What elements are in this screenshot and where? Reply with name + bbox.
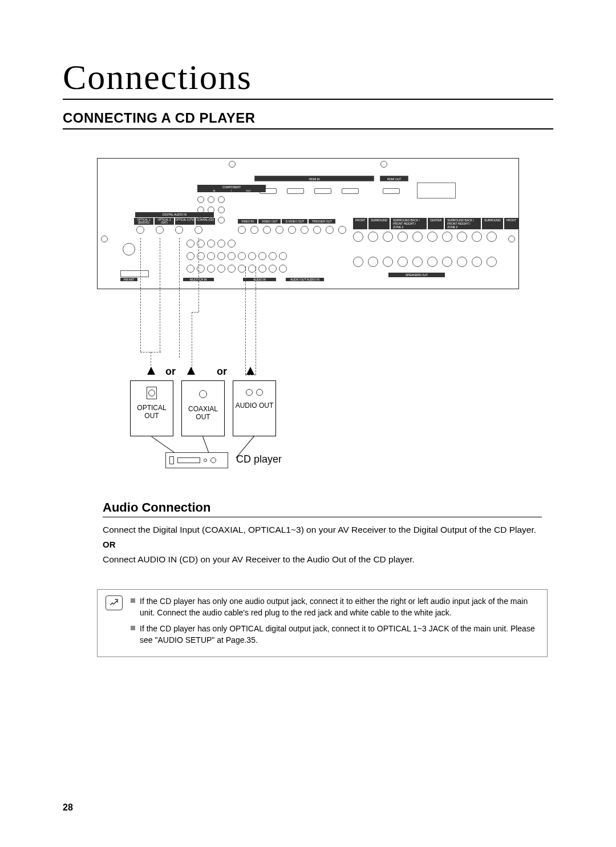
page-title: Connections <box>63 57 553 100</box>
cable-routing: or or OPTICAL OUT COAXIAL OUT AUDIO OUT <box>97 289 519 483</box>
rca-connector-icon <box>233 389 275 396</box>
bullet-icon <box>131 598 135 603</box>
speakers-out-label: SPEAKERS OUT <box>388 273 445 277</box>
optical-out-box: OPTICAL OUT <box>130 380 173 436</box>
or-label-2: or <box>217 366 227 378</box>
section-heading: CONNECTING A CD PLAYER <box>63 110 553 129</box>
bullet-icon <box>131 626 135 630</box>
firmware-port <box>417 183 456 198</box>
instruction-1: Connect the Digital Input (COAXIAL, OPTI… <box>103 523 542 536</box>
audio-connection-heading: Audio Connection <box>103 500 542 517</box>
or-separator: OR <box>103 540 542 549</box>
page-number: 28 <box>63 803 73 813</box>
note-item-1: If the CD player has only one audio outp… <box>131 595 539 619</box>
note-item-2: If the CD player has only OPTICAL digita… <box>131 623 539 646</box>
stereo-jack <box>123 243 135 256</box>
note-box: If the CD player has only one audio outp… <box>97 589 548 657</box>
coaxial-out-box: COAXIAL OUT <box>181 380 225 436</box>
audio-out-box: AUDIO OUT <box>233 380 276 436</box>
digital-audio-in-label: DIGITAL AUDIO IN <box>135 212 214 217</box>
instruction-2: Connect AUDIO IN (CD) on your AV Receive… <box>103 553 542 566</box>
coaxial-jack <box>194 226 202 234</box>
or-label-1: or <box>165 366 176 378</box>
coaxial-connector-icon <box>199 390 207 398</box>
optical1-jack <box>136 226 144 234</box>
av-receiver-rear-panel: HDMI IN HDMI OUT COMPONENT INOUT DIGITAL… <box>97 158 519 289</box>
hdmi-out-label: HDMI OUT <box>380 176 408 181</box>
connection-diagram: HDMI IN HDMI OUT COMPONENT INOUT DIGITAL… <box>97 158 519 483</box>
cd-player-icon <box>165 452 228 468</box>
hdmi-in-label: HDMI IN <box>254 176 374 181</box>
optical2-jack <box>156 226 164 234</box>
cd-player-label: CD player <box>236 453 282 465</box>
optical-connector-icon <box>147 387 157 399</box>
note-icon <box>106 595 123 610</box>
optical3-jack <box>175 226 183 234</box>
